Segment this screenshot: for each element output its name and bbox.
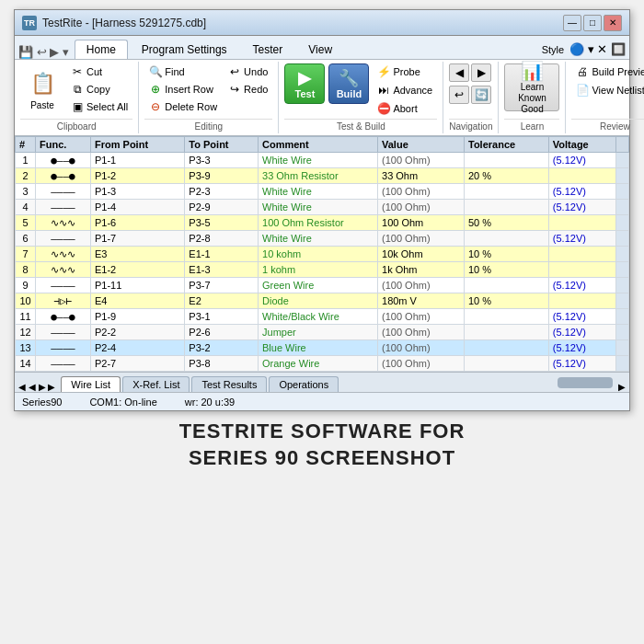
cell-comment: 10 kohm (259, 247, 378, 262)
table-row[interactable]: 9————P1-11P3-7Green Wire(100 Ohm)(5.12V) (16, 278, 629, 293)
cell-num: 5 (16, 215, 36, 231)
editing-group: 🔍 Find ⊕ Insert Row ⊖ Delete Row (139, 62, 279, 133)
cell-num: 4 (16, 200, 36, 215)
cell-num: 6 (16, 231, 36, 247)
status-com: COM1: On-line (89, 397, 156, 408)
learn-group: 📊 Learn Known Good Learn (499, 62, 566, 133)
table-row[interactable]: 5∿∿∿P1-6P3-5100 Ohm Resistor100 Ohm50 % (16, 215, 629, 231)
select-all-button[interactable]: ▣ Select All (66, 98, 132, 115)
cell-from: E3 (91, 247, 185, 262)
cell-scroll (616, 309, 629, 325)
cell-from: P2-7 (91, 356, 185, 372)
abort-button[interactable]: ⛔ Abort (373, 100, 437, 117)
ribbon-toolbar: 📋 Paste ✂ Cut ⧉ Copy ▣ (15, 60, 629, 136)
cell-num: 13 (16, 340, 36, 356)
probe-button[interactable]: ⚡ Probe (373, 63, 437, 80)
learn-known-good-button[interactable]: 📊 Learn Known Good (504, 63, 559, 111)
cell-func: ∿∿∿ (36, 262, 91, 278)
tab-program-settings[interactable]: Program Settings (130, 40, 239, 59)
sheet-tab-x-ref--list[interactable]: X-Ref. List (122, 376, 190, 392)
minimize-button[interactable]: — (563, 15, 581, 31)
table-row[interactable]: 10⊣▷⊢E4E2Diode180m V10 % (16, 293, 629, 309)
maximize-button[interactable]: □ (583, 15, 602, 31)
find-button[interactable]: 🔍 Find (144, 63, 222, 80)
test-build-content: ▶ Test 🔧 Build ⚡ Probe (284, 63, 437, 117)
table-row[interactable]: 14————P2-7P3-8Orange Wire(100 Ohm)(5.12V… (16, 356, 629, 372)
test-icon: ▶ (298, 68, 311, 88)
col-value: Value (378, 137, 465, 153)
build-preview-button[interactable]: 🖨 Build Preview (571, 63, 644, 80)
cell-from: P2-4 (91, 340, 185, 356)
close-button[interactable]: ✕ (604, 15, 622, 31)
delete-row-icon: ⊖ (149, 100, 162, 113)
cell-value: (100 Ohm) (378, 231, 465, 247)
table-row[interactable]: 12————P2-2P2-6Jumper(100 Ohm)(5.12V) (16, 325, 629, 340)
sheet-tab-test-results[interactable]: Test Results (191, 376, 267, 392)
cell-func: ●——● (36, 168, 91, 184)
cell-tolerance: 50 % (465, 215, 549, 231)
cell-comment: 33 Ohm Resistor (259, 168, 378, 184)
cell-num: 3 (16, 184, 36, 200)
table-row[interactable]: 1●——●P1-1P3-3White Wire(100 Ohm)(5.12V) (16, 153, 629, 168)
cell-scroll (616, 356, 629, 372)
cell-to: E1-1 (185, 247, 259, 262)
tab-tester[interactable]: Tester (241, 40, 295, 59)
col-tolerance: Tolerance (465, 137, 549, 153)
test-button[interactable]: ▶ Test (284, 63, 325, 104)
nav-up-button[interactable]: ↩ (449, 86, 469, 104)
cell-tolerance: 10 % (465, 247, 549, 262)
sheet-tab-operations[interactable]: Operations (269, 376, 339, 392)
copy-button[interactable]: ⧉ Copy (66, 81, 132, 98)
advance-button[interactable]: ⏭ Advance (373, 82, 437, 98)
horizontal-scrollbar[interactable] (558, 377, 613, 388)
nav-refresh-button[interactable]: 🔄 (471, 86, 491, 104)
ribbon-right: Style 🔵 ▾ ✕ 🔲 (542, 42, 626, 59)
cell-value: (100 Ohm) (378, 325, 465, 340)
delete-row-button[interactable]: ⊖ Delete Row (144, 98, 222, 115)
cell-voltage (548, 215, 615, 231)
table-row[interactable]: 8∿∿∿E1-2E1-31 kohm1k Ohm10 % (16, 262, 629, 278)
tab-home[interactable]: Home (75, 40, 128, 59)
build-button[interactable]: 🔧 Build (328, 63, 369, 104)
cell-to: P3-1 (185, 309, 259, 325)
cell-num: 2 (16, 168, 36, 184)
cell-num: 11 (16, 309, 36, 325)
editing-small-buttons: 🔍 Find ⊕ Insert Row ⊖ Delete Row (144, 63, 222, 115)
paste-button[interactable]: 📋 Paste (20, 63, 64, 115)
cut-button[interactable]: ✂ Cut (66, 63, 132, 80)
table-row[interactable]: 11●——●P1-9P3-1White/Black Wire(100 Ohm)(… (16, 309, 629, 325)
sheet-tab-wire-list[interactable]: Wire List (61, 376, 121, 392)
cell-voltage: (5.12V) (548, 184, 615, 200)
cell-scroll (616, 215, 629, 231)
review-content: 🖨 Build Preview 📄 View Netlist (571, 63, 644, 117)
cell-scroll (616, 168, 629, 184)
table-row[interactable]: 2●——●P1-2P3-933 Ohm Resistor33 Ohm20 % (16, 168, 629, 184)
table-row[interactable]: 13————P2-4P3-2Blue Wire(100 Ohm)(5.12V) (16, 340, 629, 356)
table-row[interactable]: 4————P1-4P2-9White Wire(100 Ohm)(5.12V) (16, 200, 629, 215)
view-netlist-button[interactable]: 📄 View Netlist (571, 82, 644, 98)
cell-value: (100 Ohm) (378, 340, 465, 356)
table-row[interactable]: 7∿∿∿E3E1-110 kohm10k Ohm10 % (16, 247, 629, 262)
cell-voltage: (5.12V) (548, 340, 615, 356)
cell-voltage (548, 293, 615, 309)
nav-right-button[interactable]: ▶ (471, 63, 491, 82)
cell-tolerance (465, 309, 549, 325)
undo-button[interactable]: ↩ Undo (224, 63, 272, 80)
table-row[interactable]: 3————P1-3P2-3White Wire(100 Ohm)(5.12V) (16, 184, 629, 200)
cell-tolerance (465, 231, 549, 247)
undo-icon: ↩ (228, 65, 241, 78)
redo-button[interactable]: ↪ Redo (224, 81, 272, 98)
paste-icon: 📋 (28, 69, 57, 98)
tab-view[interactable]: View (296, 40, 344, 59)
insert-row-button[interactable]: ⊕ Insert Row (144, 81, 222, 98)
sheet-tabs-container: Wire ListX-Ref. ListTest ResultsOperatio… (61, 376, 339, 392)
table-row[interactable]: 6————P1-7P2-8White Wire(100 Ohm)(5.12V) (16, 231, 629, 247)
cell-tolerance (465, 356, 549, 372)
cell-scroll (616, 340, 629, 356)
cell-from: E4 (91, 293, 185, 309)
cell-scroll (616, 262, 629, 278)
col-to: To Point (185, 137, 259, 153)
quick-access-icons: 💾 ↩ ▶ ▾ (18, 45, 69, 59)
nav-left-button[interactable]: ◀ (449, 63, 469, 82)
cell-func: ———— (36, 356, 91, 372)
